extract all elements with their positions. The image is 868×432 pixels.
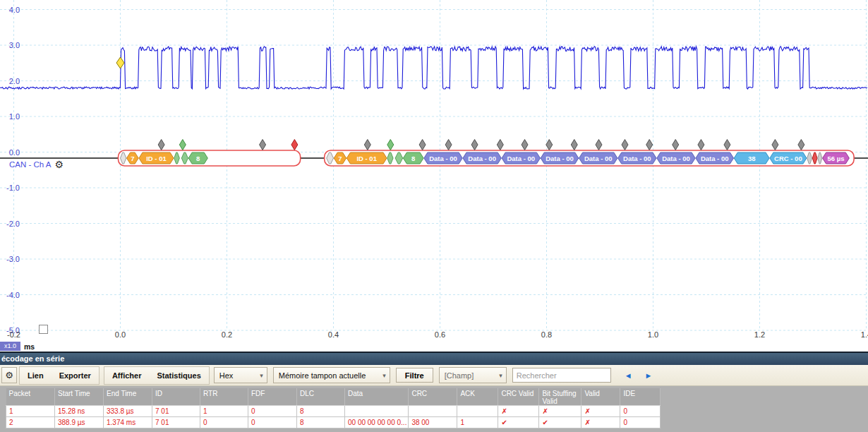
packet-marker-diamond-gray <box>772 140 778 150</box>
panel-title: écodage en série <box>1 354 64 363</box>
table-cell: 1.374 ms <box>104 417 152 428</box>
packet-segment-label: 56 µs <box>827 155 844 162</box>
x-axis-tick-label: 0.8 <box>541 330 552 339</box>
column-header[interactable]: Valid <box>581 388 620 406</box>
decode-table: PacketStart TimeEnd TimeIDRTRFDFDLCDataC… <box>6 388 661 428</box>
channel-label-group: CAN - Ch A ⚙ <box>9 160 64 169</box>
chevron-down-icon: ▾ <box>260 372 263 379</box>
table-cell: 7 01 <box>152 406 200 417</box>
column-header[interactable]: RTR <box>200 388 248 406</box>
table-cell <box>345 406 409 417</box>
statistics-button[interactable]: Statistiques <box>149 369 208 382</box>
column-header[interactable]: ACK <box>457 388 498 406</box>
packet-segment-label: Data - 00 <box>662 155 690 162</box>
packet-marker-diamond-gray <box>471 140 478 150</box>
buffer-dropdown-value: Mémoire tampon actuelle <box>279 371 366 380</box>
packet-marker-diamond-gray <box>260 140 266 150</box>
x-axis-tick-label: 0.4 <box>328 330 339 339</box>
column-header[interactable]: Bit Stuffing Valid <box>539 388 581 406</box>
column-header[interactable]: End Time <box>104 388 152 406</box>
packet-marker-diamond-gray <box>158 140 164 150</box>
y-axis-tick-label: 2.0 <box>1 77 20 85</box>
table-cell: 0 <box>620 417 661 428</box>
packet-marker-diamond-gray <box>445 140 452 150</box>
table-cell: ✗ <box>581 406 620 417</box>
column-header[interactable]: CRC <box>409 388 457 406</box>
table-cell: 00 00 00 00 00 0... <box>345 417 409 428</box>
y-axis-tick-label: 3.0 <box>1 41 20 49</box>
x-axis-tick-label: 0.0 <box>115 330 126 339</box>
packet-segment-label: CRC - 00 <box>774 155 802 162</box>
column-header[interactable]: ID <box>152 388 200 406</box>
table-cell: 8 <box>297 406 345 417</box>
axis-corner-handle[interactable] <box>39 325 48 334</box>
table-row[interactable]: 2388.9 µs1.374 ms7 0100800 00 00 00 00 0… <box>6 417 661 428</box>
buffer-dropdown[interactable]: Mémoire tampon actuelle ▾ <box>273 367 390 383</box>
panel-title-bar: écodage en série <box>0 353 868 365</box>
packet-marker-diamond-green <box>179 140 186 150</box>
table-cell: 1 <box>457 417 498 428</box>
link-export-group: Lien Exporter <box>19 366 100 385</box>
x-axis-tick-label: 0.2 <box>222 330 232 339</box>
table-cell: 388.9 µs <box>55 417 104 428</box>
time-unit-label: ms <box>24 342 35 351</box>
packet-marker-diamond-gray <box>546 140 553 150</box>
table-cell: ✗ <box>581 417 620 428</box>
table-row[interactable]: 115.28 ns333.8 µs7 01108✗✗✗0 <box>6 406 661 417</box>
decode-settings-button[interactable]: ⚙ <box>1 367 17 383</box>
trigger-marker[interactable] <box>116 57 124 68</box>
filter-button[interactable]: Filtre <box>396 368 433 383</box>
column-header[interactable]: FDF <box>248 388 297 406</box>
decode-toolbar: ⚙ Lien Exporter Afficher Statistiques He… <box>0 365 868 386</box>
y-axis-tick-label: 4.0 <box>1 6 20 14</box>
column-header[interactable]: Packet <box>6 388 55 406</box>
packet-marker-diamond-gray <box>622 140 628 150</box>
packet-segment-label: 38 <box>748 155 756 162</box>
prev-result-button[interactable]: ◄ <box>625 371 632 380</box>
column-header[interactable]: Start Time <box>55 388 104 406</box>
packet-marker-diamond-gray <box>419 140 426 150</box>
field-dropdown[interactable]: [Champ] ▾ <box>439 367 507 383</box>
app-window: 7ID - 0187ID - 018Data - 00Data - 00Data… <box>0 0 868 432</box>
format-dropdown[interactable]: Hex ▾ <box>214 367 267 383</box>
link-button[interactable]: Lien <box>20 369 52 382</box>
column-header[interactable]: Data <box>345 388 409 406</box>
scope-chart: 7ID - 0187ID - 018Data - 00Data - 00Data… <box>0 0 868 352</box>
packet-segment-label: Data - 00 <box>623 155 651 162</box>
next-result-button[interactable]: ► <box>645 371 653 380</box>
table-cell: ✔ <box>539 417 581 428</box>
packet-segment-label: 8 <box>411 155 415 162</box>
y-axis-tick-label: -1.0 <box>1 184 20 192</box>
chevron-down-icon: ▾ <box>499 372 502 379</box>
packet-marker-diamond-gray <box>698 140 704 150</box>
serial-decode-panel: écodage en série ⚙ Lien Exporter Affiche… <box>0 352 868 432</box>
export-button[interactable]: Exporter <box>52 369 99 382</box>
packet-segment-label: 7 <box>131 155 134 162</box>
column-header[interactable]: CRC Valid <box>498 388 539 406</box>
table-cell: 15.28 ns <box>55 406 104 417</box>
table-cell: ✔ <box>498 417 539 428</box>
format-dropdown-value: Hex <box>219 371 234 380</box>
table-cell: 0 <box>620 406 661 417</box>
decode-table-area: PacketStart TimeEnd TimeIDRTRFDFDLCDataC… <box>0 386 868 432</box>
column-header[interactable]: DLC <box>297 388 345 406</box>
channel-label: CAN - Ch A <box>9 160 51 169</box>
display-button[interactable]: Afficher <box>104 369 150 382</box>
x-axis-tick-label: 1.2 <box>754 330 765 339</box>
packet-marker-diamond-gray <box>571 140 577 150</box>
table-cell: 333.8 µs <box>104 406 152 417</box>
table-cell: 0 <box>248 406 297 417</box>
packet-segment-label: 8 <box>196 155 200 162</box>
table-cell <box>409 406 457 417</box>
table-cell: ✗ <box>498 406 539 417</box>
y-axis-tick-label: -4.0 <box>1 291 20 299</box>
packet-marker-diamond-gray <box>497 140 503 150</box>
packet-segment-label: ID - 01 <box>146 155 167 162</box>
column-header[interactable]: IDE <box>620 388 661 406</box>
table-cell: ✗ <box>539 406 581 417</box>
search-input[interactable] <box>512 368 611 383</box>
table-cell: 38 00 <box>409 417 457 428</box>
time-multiplier-badge[interactable]: x1.0 <box>0 342 20 351</box>
y-axis-tick-label: -3.0 <box>1 255 20 263</box>
channel-settings-gear-icon[interactable]: ⚙ <box>54 160 64 169</box>
